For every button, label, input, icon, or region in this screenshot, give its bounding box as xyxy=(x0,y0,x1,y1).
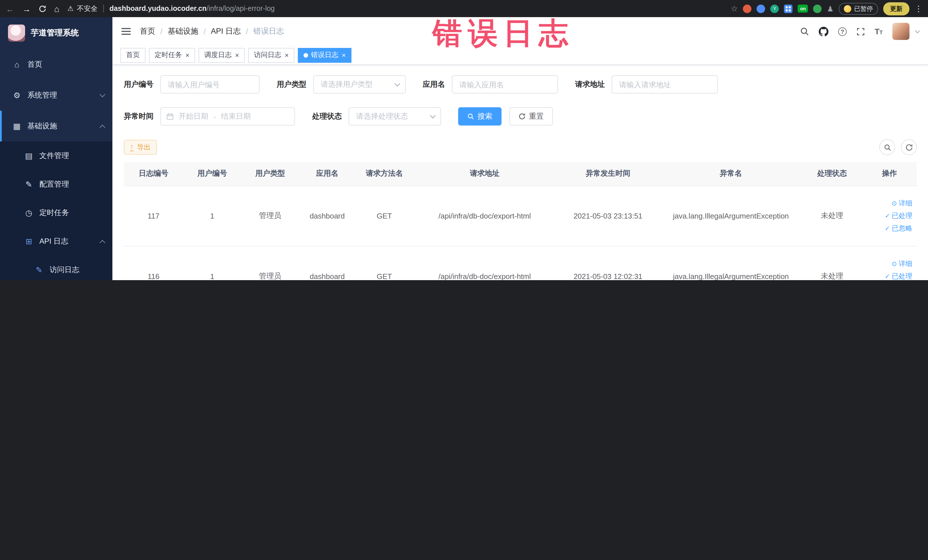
sidebar-item-label: 首页 xyxy=(27,60,104,70)
column-header: 异常发生时间 xyxy=(556,162,660,185)
cell-exception: java.lang.IllegalArgumentException xyxy=(660,185,802,246)
sidebar-item-access-log[interactable]: ✎访问日志 xyxy=(0,256,112,280)
column-header: 请求地址 xyxy=(414,162,556,185)
refresh-table-button[interactable] xyxy=(901,139,917,155)
breadcrumb-separator: / xyxy=(246,27,248,36)
address-bar[interactable]: dashboard.yudao.iocoder.cn/infra/log/api… xyxy=(110,5,725,12)
topbar: 首页 / 基础设施 / API 日志 / 错误日志 ? xyxy=(112,17,928,46)
browser-reload-icon[interactable] xyxy=(39,5,46,12)
download-icon: ↑ xyxy=(130,143,133,151)
chevron-down-icon[interactable] xyxy=(915,29,920,34)
sidebar-item-file[interactable]: ▤文件管理 xyxy=(0,142,112,170)
filter-label-user-type: 用户类型 xyxy=(277,79,307,90)
action-processed-link[interactable]: ✓已处理 xyxy=(885,271,912,280)
extension-pawn-icon[interactable]: ♟ xyxy=(827,4,833,13)
extension-icon[interactable]: Y xyxy=(771,4,779,13)
sidebar-item-config[interactable]: ✎配置管理 xyxy=(0,170,112,198)
gear-icon: ⚙ xyxy=(12,91,22,100)
extension-grid-icon[interactable] xyxy=(784,4,793,13)
extension-icon[interactable] xyxy=(743,4,752,13)
sidebar-item-system[interactable]: ⚙系统管理 xyxy=(0,80,112,111)
process-status-select[interactable]: 请选择处理状态 xyxy=(349,107,441,125)
sidebar-item-home[interactable]: ⌂首页 xyxy=(0,49,112,80)
filter-label-app-name: 应用名 xyxy=(423,79,445,90)
screen: ← → ⌂ ⚠ 不安全 dashboard.yudao.iocoder.cn/i… xyxy=(0,0,928,280)
tab-错误日志[interactable]: 错误日志× xyxy=(298,48,351,63)
breadcrumb-item[interactable]: 基础设施 xyxy=(168,26,198,37)
cell-actions: ⊙详细✓已处理✓已忽略 xyxy=(862,185,917,246)
tags-view-bar: 首页定时任务×调度日志×访问日志×错误日志× xyxy=(112,46,928,65)
breadcrumb-separator: / xyxy=(160,27,163,36)
chevron-down-icon xyxy=(99,91,105,97)
browser-forward-icon[interactable]: → xyxy=(22,4,31,13)
tab-close-icon[interactable]: × xyxy=(185,52,189,58)
fullscreen-icon[interactable] xyxy=(856,27,865,36)
tab-访问日志[interactable]: 访问日志× xyxy=(248,48,295,63)
column-header: 异常名 xyxy=(660,162,802,185)
eye-icon: ⊙ xyxy=(892,200,897,206)
refresh-icon xyxy=(519,113,525,120)
action-detail-link[interactable]: ⊙详细 xyxy=(892,259,912,269)
sidebar-item-infra[interactable]: ▦基础设施 xyxy=(0,111,112,142)
column-header: 用户类型 xyxy=(241,162,299,185)
toggle-search-button[interactable] xyxy=(879,139,895,155)
sidebar-toggle-button[interactable] xyxy=(122,26,131,37)
search-button[interactable]: 搜索 xyxy=(458,107,502,125)
profile-sync-paused-button[interactable]: 已暂停 xyxy=(839,3,878,15)
tab-首页[interactable]: 首页 xyxy=(121,48,145,63)
cell-actions: ⊙详细✓已处理✓已忽略 xyxy=(862,246,917,280)
export-button[interactable]: ↑ 导出 xyxy=(124,140,157,155)
browser-back-icon[interactable]: ← xyxy=(6,4,14,13)
user-avatar[interactable] xyxy=(892,23,910,40)
reset-button[interactable]: 重置 xyxy=(510,107,553,125)
active-tab-dot xyxy=(304,53,308,57)
breadcrumb-item[interactable]: API 日志 xyxy=(211,26,241,37)
tab-close-icon[interactable]: × xyxy=(342,52,346,58)
config-icon: ✎ xyxy=(24,180,34,189)
table-row: 1161管理员dashboardGET/api/infra/db-doc/exp… xyxy=(124,246,917,280)
extension-icon[interactable] xyxy=(757,4,765,13)
tab-定时任务[interactable]: 定时任务× xyxy=(149,48,195,63)
tab-close-icon[interactable]: × xyxy=(285,52,289,58)
app-name-input[interactable] xyxy=(452,75,558,93)
check-icon: ✓ xyxy=(885,273,890,279)
breadcrumb: 首页 / 基础设施 / API 日志 / 错误日志 xyxy=(140,26,284,37)
exception-time-range-picker[interactable]: 开始日期 - 结束日期 xyxy=(160,107,295,125)
date-range-separator: - xyxy=(214,112,216,121)
user-id-input[interactable] xyxy=(160,75,259,93)
filter-label-request-url: 请求地址 xyxy=(575,79,605,90)
action-processed-link[interactable]: ✓已处理 xyxy=(885,211,912,221)
check-icon: ✓ xyxy=(885,212,890,219)
sidebar-item-job[interactable]: ◷定时任务 xyxy=(0,198,112,227)
browser-home-icon[interactable]: ⌂ xyxy=(54,4,60,13)
request-url-input[interactable] xyxy=(612,75,718,93)
filter-label-user-id: 用户编号 xyxy=(124,79,154,90)
help-icon[interactable]: ? xyxy=(838,27,847,36)
action-ignored-link[interactable]: ✓已忽略 xyxy=(885,223,912,233)
browser-menu-icon[interactable]: ⋮ xyxy=(914,4,923,13)
action-detail-link[interactable]: ⊙详细 xyxy=(892,198,912,208)
font-size-icon[interactable]: TT xyxy=(875,27,883,36)
cell-user-type: 管理员 xyxy=(241,246,299,280)
chevron-up-icon xyxy=(99,124,105,130)
cell-exception: java.lang.IllegalArgumentException xyxy=(660,246,802,280)
column-header: 处理状态 xyxy=(802,162,862,185)
column-header: 请求方法名 xyxy=(356,162,414,185)
breadcrumb-item-current: 错误日志 xyxy=(253,26,284,37)
github-icon[interactable] xyxy=(819,26,829,36)
search-icon[interactable] xyxy=(800,27,809,36)
security-badge[interactable]: ⚠ 不安全 xyxy=(67,4,98,14)
extension-icon[interactable] xyxy=(814,4,822,13)
user-type-select[interactable]: 请选择用户类型 xyxy=(313,75,406,93)
app-logo[interactable]: 芋道管理系统 xyxy=(0,17,112,49)
tab-close-icon[interactable]: × xyxy=(235,52,239,58)
extension-on-badge[interactable]: on xyxy=(798,5,808,12)
breadcrumb-item[interactable]: 首页 xyxy=(140,26,155,37)
eye-icon: ⊙ xyxy=(892,261,897,267)
cell-method: GET xyxy=(356,185,414,246)
sidebar: 芋道管理系统 ⌂首页⚙系统管理▦基础设施▤文件管理✎配置管理◷定时任务⊞API … xyxy=(0,17,112,280)
browser-update-button[interactable]: 更新 xyxy=(883,2,910,15)
sidebar-item-api-log[interactable]: ⊞API 日志 xyxy=(0,227,112,256)
tab-调度日志[interactable]: 调度日志× xyxy=(198,48,245,63)
bookmark-star-icon[interactable]: ☆ xyxy=(731,4,738,13)
